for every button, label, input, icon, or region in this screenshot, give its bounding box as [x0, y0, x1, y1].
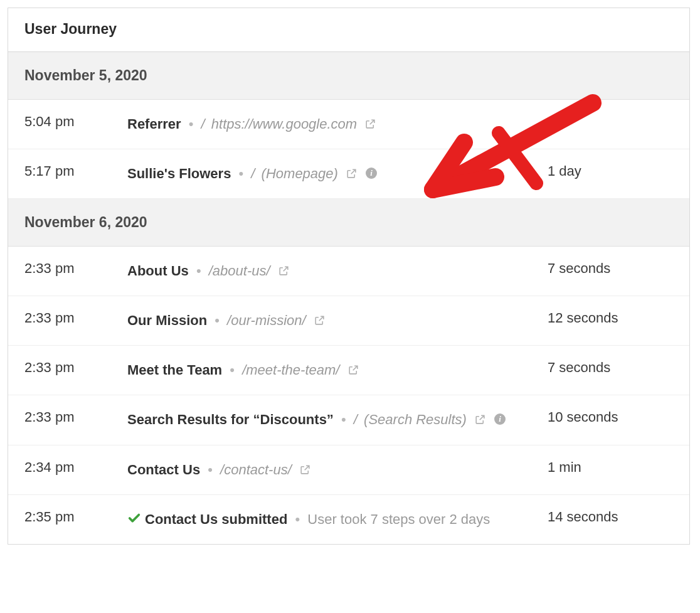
row-main: Referrer • / https://www.google.com — [127, 114, 548, 135]
dot-sep: • — [204, 462, 216, 477]
external-link-icon[interactable] — [299, 464, 311, 476]
row-main: Search Results for “Discounts” • / (Sear… — [127, 409, 548, 430]
dot-sep: • — [291, 511, 304, 527]
row-path: /about-us/ — [209, 263, 270, 279]
row-title: Meet the Team — [127, 362, 222, 378]
row-duration: 1 day — [548, 163, 673, 179]
row-path: /contact-us/ — [220, 462, 292, 477]
info-icon[interactable]: i — [494, 413, 506, 425]
journey-row: 5:04 pm Referrer • / https://www.google.… — [8, 100, 689, 149]
row-main: Contact Us • /contact-us/ — [127, 459, 548, 481]
row-main: Our Mission • /our-mission/ — [127, 310, 548, 331]
row-time: 2:33 pm — [24, 310, 127, 326]
row-title: Sullie's Flowers — [127, 166, 231, 181]
row-main: Meet the Team • /meet-the-team/ — [127, 360, 548, 381]
row-duration: 12 seconds — [548, 310, 673, 326]
dot-sep: • — [337, 412, 350, 427]
row-path: https://www.google.com — [211, 116, 357, 132]
row-duration: 7 seconds — [548, 360, 673, 376]
external-link-icon[interactable] — [346, 168, 358, 179]
row-path: /our-mission/ — [227, 312, 306, 328]
row-time: 2:33 pm — [24, 260, 127, 277]
journey-row: 2:35 pm Contact Us submitted • User took… — [8, 495, 689, 544]
journey-row: 2:33 pm Search Results for “Discounts” •… — [8, 395, 689, 445]
journey-row: 2:33 pm Our Mission • /our-mission/ 12 s… — [8, 296, 689, 346]
journey-row: 2:33 pm About Us • /about-us/ 7 seconds — [8, 247, 689, 296]
row-title: About Us — [127, 263, 189, 279]
row-main: About Us • /about-us/ — [127, 260, 548, 282]
external-link-icon[interactable] — [364, 118, 376, 130]
panel-title: User Journey — [8, 8, 689, 52]
row-slash: / — [201, 116, 208, 132]
journey-row: 2:33 pm Meet the Team • /meet-the-team/ … — [8, 346, 689, 395]
external-link-icon[interactable] — [474, 413, 486, 425]
external-link-icon[interactable] — [278, 265, 290, 277]
dot-sep: • — [235, 166, 248, 181]
svg-text:i: i — [499, 414, 501, 424]
row-time: 2:35 pm — [24, 509, 127, 525]
dot-sep: • — [211, 312, 223, 328]
row-time: 5:04 pm — [24, 114, 127, 130]
date-group-0: November 5, 2020 — [8, 52, 689, 100]
svg-text:i: i — [370, 168, 373, 178]
row-time: 2:33 pm — [24, 360, 127, 376]
date-group-1: November 6, 2020 — [8, 199, 689, 247]
row-time: 2:33 pm — [24, 409, 127, 425]
row-summary: User took 7 steps over 2 days — [307, 511, 490, 527]
journey-row: 2:34 pm Contact Us • /contact-us/ 1 min — [8, 445, 689, 495]
row-slash: / — [251, 166, 257, 181]
row-duration: 1 min — [548, 459, 673, 476]
row-duration: 10 seconds — [548, 409, 673, 425]
row-duration: 14 seconds — [548, 509, 673, 525]
row-main: Sullie's Flowers • / (Homepage) i — [127, 163, 548, 184]
external-link-icon[interactable] — [314, 314, 326, 326]
dot-sep: • — [193, 263, 205, 279]
info-icon[interactable]: i — [365, 167, 378, 179]
check-icon — [127, 511, 141, 525]
row-duration: 7 seconds — [548, 260, 673, 277]
journey-row: 5:17 pm Sullie's Flowers • / (Homepage) … — [8, 149, 689, 199]
row-title: Referrer — [127, 116, 181, 132]
row-title: Our Mission — [127, 312, 207, 328]
row-title: Contact Us — [127, 462, 200, 477]
dot-sep: • — [185, 116, 198, 132]
row-title: Contact Us submitted — [145, 511, 287, 527]
external-link-icon[interactable] — [347, 364, 359, 376]
row-slash: / — [354, 412, 360, 427]
dot-sep: • — [226, 362, 238, 378]
row-path: /meet-the-team/ — [242, 362, 339, 378]
row-path: (Homepage) — [262, 166, 338, 181]
row-title: Search Results for “Discounts” — [127, 412, 334, 427]
row-main: Contact Us submitted • User took 7 steps… — [127, 509, 548, 530]
row-time: 5:17 pm — [24, 163, 127, 179]
row-time: 2:34 pm — [24, 459, 127, 476]
row-path: (Search Results) — [364, 412, 467, 427]
